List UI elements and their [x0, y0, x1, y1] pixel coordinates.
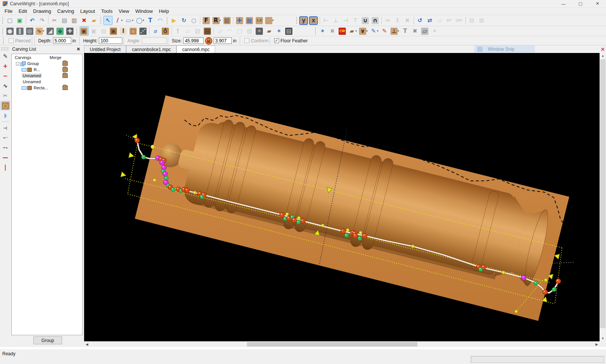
board-plain-button[interactable]: ▾	[264, 16, 275, 25]
spline-close-button[interactable]: ◗	[1, 111, 10, 120]
floor-feather-checkbox[interactable]: ✓	[274, 38, 279, 43]
segment-arc-button[interactable]: →◠	[1, 133, 10, 142]
segment-horizontal-button[interactable]: —	[1, 153, 10, 162]
scroll-left-icon[interactable]: ◀	[84, 342, 90, 347]
dropdown-arrow-icon[interactable]: ▾	[143, 19, 144, 22]
dome-tool-button[interactable]: ●	[5, 26, 14, 36]
document-close-icon[interactable]: ✕	[600, 45, 606, 53]
size-height-input[interactable]	[214, 37, 232, 44]
control-point[interactable]	[153, 179, 156, 182]
segment-curve-button[interactable]: →∿	[1, 143, 10, 152]
break-tool-button[interactable]: ✖	[411, 26, 420, 36]
flute-tool-button[interactable]: ∥	[15, 26, 24, 36]
scroll-up-icon[interactable]: ▲	[600, 53, 606, 59]
draw-circle-button[interactable]: ◯▾	[135, 16, 145, 25]
control-point[interactable]	[301, 219, 306, 224]
drill-tool-button[interactable]: ⌀	[151, 26, 160, 36]
merge-subtract-button[interactable]: ∩	[371, 16, 380, 25]
panel-grip[interactable]	[1, 47, 9, 51]
tree-expander-icon[interactable]: -	[16, 62, 19, 65]
control-point[interactable]	[200, 195, 204, 199]
flip-horizontal-button[interactable]: ⇄	[425, 16, 434, 25]
feather-tool-button[interactable]: ✎▾	[369, 26, 380, 36]
merge-folder-icon[interactable]	[62, 86, 68, 90]
menu-carving[interactable]: Carving	[54, 8, 77, 15]
ramp-tool-button[interactable]: ◢	[46, 26, 55, 36]
scallop-shell-button[interactable]: ✶	[318, 26, 327, 36]
pattern-folder-2-button[interactable]: ▰▾	[348, 26, 358, 36]
control-point[interactable]	[502, 271, 505, 274]
tree-row-r[interactable]: R...	[12, 67, 82, 73]
rotate-view-button[interactable]: ↻	[180, 16, 189, 25]
horizontal-scroll-thumb[interactable]	[247, 342, 417, 347]
front-view-button[interactable]: F	[202, 16, 211, 25]
spline-draw-button[interactable]: ✎	[1, 52, 10, 61]
maximize-button[interactable]: ▢	[572, 0, 589, 8]
pierced-checkbox[interactable]	[9, 38, 14, 43]
control-point[interactable]	[297, 220, 301, 224]
control-point[interactable]	[362, 233, 367, 238]
close-button[interactable]: ✕	[589, 0, 606, 8]
spiral-tool-button[interactable]: ◎	[25, 26, 34, 36]
dropdown-arrow-icon[interactable]: ▾	[43, 30, 44, 33]
center-x-button[interactable]: x	[309, 16, 318, 25]
control-point[interactable]	[543, 290, 548, 295]
spline-add-point-button[interactable]: +	[1, 62, 10, 71]
board-rulers-button[interactable]: ▥	[222, 16, 231, 25]
dropdown-arrow-icon[interactable]: ▾	[398, 30, 399, 33]
pattern-book-button[interactable]: ▤	[203, 26, 212, 36]
selection-handle-triangle[interactable]	[128, 152, 134, 159]
depth-input[interactable]	[53, 37, 71, 44]
dropdown-arrow-icon[interactable]: ▾	[356, 30, 357, 33]
feather-refresh-button[interactable]: ✎	[380, 26, 389, 36]
shell-pattern-button[interactable]: ✶	[255, 26, 264, 36]
control-point[interactable]	[151, 145, 155, 149]
control-point[interactable]	[359, 231, 362, 234]
center-y-button[interactable]: y	[299, 16, 308, 25]
merge-folder-icon[interactable]	[62, 67, 68, 72]
selection-handle-triangle[interactable]	[120, 172, 127, 178]
merge-folder-icon[interactable]	[62, 73, 68, 78]
draw-arc-button[interactable]: ◠	[156, 16, 165, 25]
height-input[interactable]	[99, 37, 122, 44]
tree-row-unnamed[interactable]: Unnamed	[12, 73, 82, 79]
control-point[interactable]	[346, 229, 349, 232]
post-tool-button[interactable]: ⊥▾	[390, 26, 400, 36]
spline-remove-point-button[interactable]: −	[1, 72, 10, 81]
vertical-scrollbar[interactable]	[600, 59, 606, 336]
keyhole-tool-button[interactable]: ♁	[161, 26, 170, 36]
control-point[interactable]	[358, 236, 362, 241]
control-point[interactable]	[321, 224, 324, 227]
rotate-ccw-button[interactable]: ↺	[415, 16, 425, 25]
control-point[interactable]	[353, 233, 358, 238]
control-point[interactable]	[479, 268, 483, 272]
dropdown-arrow-icon[interactable]: ▾	[377, 30, 379, 33]
merge-folder-icon[interactable]	[62, 61, 68, 66]
board-depth-button[interactable]: 1.0	[255, 16, 264, 25]
tab-cannonbslice1-mpc[interactable]: cannonbslice1.mpc	[126, 45, 176, 53]
minimize-button[interactable]: —	[555, 0, 572, 8]
tab-untitled-project[interactable]: Untitled Project	[84, 45, 126, 53]
pattern-book-dark-button[interactable]: ▤	[284, 26, 294, 36]
control-point[interactable]	[552, 288, 556, 292]
menu-edit[interactable]: Edit	[16, 8, 30, 15]
toolbar-grip[interactable]	[315, 27, 317, 35]
vertical-scroll-thumb[interactable]	[600, 59, 606, 328]
group-button[interactable]: Group	[33, 336, 62, 344]
segment-line-button[interactable]: →|	[1, 123, 10, 132]
control-point[interactable]	[515, 310, 518, 313]
spline-offset-button[interactable]: ○	[1, 101, 10, 110]
control-point[interactable]	[411, 245, 414, 248]
pinwheel-tool-button[interactable]: ✶	[275, 26, 284, 36]
pan-view-button[interactable]: ▶	[170, 16, 179, 25]
distort-tool-button[interactable]: ▱	[420, 26, 430, 36]
control-point[interactable]	[160, 160, 165, 165]
bit-profile-button[interactable]: ∨▾	[358, 26, 369, 36]
tree-row-group[interactable]: -Group	[12, 61, 82, 67]
control-point[interactable]	[280, 213, 285, 218]
emboss-tool-button[interactable]: ▣	[109, 26, 118, 36]
delete-button[interactable]: ✖	[80, 16, 89, 25]
toolbar-grip[interactable]	[76, 27, 78, 35]
board-crosshair-button[interactable]: ✚	[235, 16, 244, 25]
merge-union-button[interactable]: ∪	[361, 16, 370, 25]
